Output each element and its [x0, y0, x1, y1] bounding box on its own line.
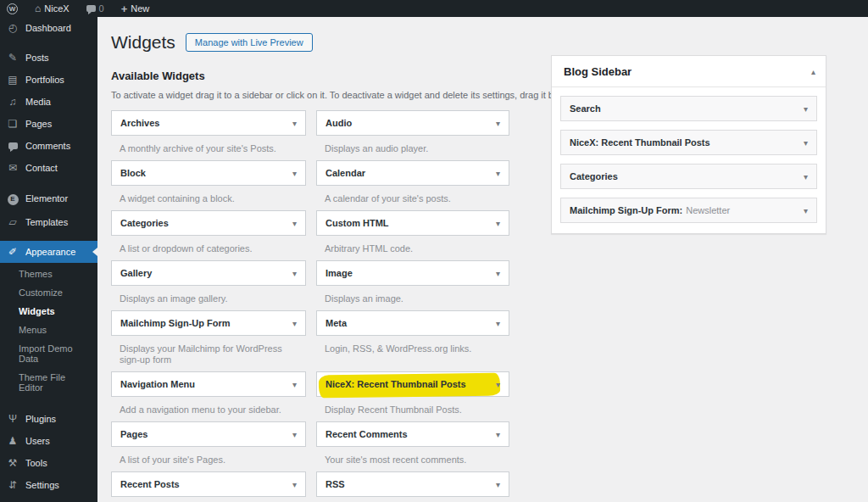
widget-title: Audio — [326, 118, 352, 128]
chevron-down-icon[interactable]: ▾ — [292, 119, 297, 128]
chevron-down-icon[interactable]: ▾ — [804, 104, 808, 114]
sidebar-widget-bar[interactable]: Categories▾ — [560, 164, 817, 189]
sidebar-widget-title: Categories — [570, 171, 618, 181]
chevron-down-icon[interactable]: ▾ — [496, 219, 500, 228]
chevron-down-icon[interactable]: ▾ — [496, 480, 500, 489]
sidebar-item-plugins[interactable]: ΨPlugins — [0, 408, 97, 430]
chevron-down-icon[interactable]: ▾ — [496, 380, 500, 389]
widget-toggle-bar[interactable]: Block▾ — [111, 160, 306, 186]
widget-toggle-bar[interactable]: Gallery▾ — [111, 260, 306, 286]
widget-description: Login, RSS, & WordPress.org links. — [316, 336, 509, 354]
sidebar-widget-bar[interactable]: Mailchimp Sign-Up Form:Newsletter▾ — [560, 198, 817, 223]
widget-description: Arbitrary HTML code. — [316, 236, 509, 254]
comment-bubble-icon — [86, 5, 96, 12]
widget-description: A calendar of your site's posts. — [316, 186, 509, 204]
manage-live-preview-button[interactable]: Manage with Live Preview — [186, 33, 313, 52]
widget-toggle-bar[interactable]: Archives▾ — [111, 110, 306, 136]
sidebar-widget-bar[interactable]: Search▾ — [560, 96, 817, 121]
chevron-down-icon[interactable]: ▾ — [496, 169, 500, 178]
sidebar-item-users[interactable]: ♟Users — [0, 430, 97, 452]
chevron-down-icon[interactable]: ▾ — [292, 169, 297, 178]
main-content: Widgets Manage with Live Preview Availab… — [97, 17, 868, 502]
chevron-down-icon[interactable]: ▾ — [804, 172, 808, 181]
blog-sidebar-header[interactable]: Blog Sidebar ▴ — [552, 56, 826, 87]
submenu-item-menus[interactable]: Menus — [0, 321, 97, 339]
widget-title: Custom HTML — [326, 218, 389, 228]
submenu-item-themes[interactable]: Themes — [0, 265, 97, 283]
widget-toggle-bar[interactable]: Calendar▾ — [316, 160, 509, 186]
chevron-down-icon[interactable]: ▾ — [496, 319, 500, 328]
sidebar-widget-bar[interactable]: NiceX: Recent Thumbnail Posts▾ — [560, 130, 817, 155]
widget-toggle-bar[interactable]: Categories▾ — [111, 210, 306, 236]
widget-toggle-bar[interactable]: Image▾ — [316, 260, 509, 286]
sidebar-item-appearance[interactable]: ✐Appearance — [0, 241, 97, 263]
widget-title: NiceX: Recent Thumbnail Posts — [326, 379, 466, 389]
sidebar-widget-title: Search — [570, 103, 601, 114]
widget-title: Gallery — [120, 268, 152, 278]
collapse-panel-icon[interactable]: ▴ — [811, 67, 815, 76]
chevron-down-icon[interactable]: ▾ — [292, 380, 297, 389]
sidebar-item-elementor[interactable]: EElementor — [0, 187, 97, 211]
sidebar-item-media[interactable]: ♫Media — [0, 91, 97, 113]
sidebar-item-comments[interactable]: Comments — [0, 135, 97, 157]
chevron-down-icon[interactable]: ▾ — [292, 430, 297, 439]
sidebar-item-dashboard[interactable]: ◴Dashboard — [0, 17, 97, 39]
widget-toggle-bar[interactable]: Audio▾ — [316, 110, 509, 136]
widget-description: A list or dropdown of categories. — [111, 236, 306, 254]
widget-description: A list of your site's Pages. — [111, 447, 306, 466]
available-widget-card: RSS▾ — [316, 471, 509, 502]
submenu-item-customize[interactable]: Customize — [0, 283, 97, 302]
chevron-down-icon[interactable]: ▾ — [496, 119, 500, 128]
chevron-down-icon[interactable]: ▾ — [292, 269, 297, 278]
comments-count: 0 — [99, 3, 104, 14]
sidebar-item-label: Templates — [25, 217, 68, 227]
sidebar-item-settings[interactable]: ⇵Settings — [0, 474, 97, 496]
comments-admin-link[interactable]: 0 — [80, 0, 111, 17]
blog-sidebar-title: Blog Sidebar — [564, 65, 632, 78]
sidebar-item-tools[interactable]: ⚒Tools — [0, 452, 97, 474]
contact-icon: ✉ — [7, 163, 19, 173]
sidebar-item-label: Contact — [25, 163, 58, 173]
submenu-item-theme-file-editor[interactable]: Theme File Editor — [0, 368, 97, 397]
chevron-down-icon[interactable]: ▾ — [804, 138, 808, 148]
available-widget-card: Pages▾A list of your site's Pages. — [111, 421, 306, 466]
widget-toggle-bar[interactable]: Meta▾ — [316, 310, 509, 336]
widget-description: A monthly archive of your site's Posts. — [111, 136, 306, 154]
elementor-icon: E — [8, 194, 19, 205]
widget-toggle-bar[interactable]: Pages▾ — [111, 421, 306, 447]
new-label: New — [131, 3, 149, 14]
sidebar-item-pages[interactable]: ❏Pages — [0, 113, 97, 135]
chevron-down-icon[interactable]: ▾ — [804, 206, 808, 215]
chevron-down-icon[interactable]: ▾ — [292, 480, 297, 489]
sidebar-item-custom-fields[interactable]: ▦Custom Fields — [0, 496, 97, 502]
submenu-item-import-demo-data[interactable]: Import Demo Data — [0, 339, 97, 368]
available-widget-card: Archives▾A monthly archive of your site'… — [111, 110, 306, 154]
available-widget-card: Recent Comments▾Your site's most recent … — [316, 421, 509, 466]
widget-toggle-bar[interactable]: Recent Comments▾ — [316, 421, 509, 447]
sidebar-item-label: Comments — [25, 141, 70, 151]
available-widget-card: Navigation Menu▾Add a navigation menu to… — [111, 371, 306, 416]
widget-toggle-bar[interactable]: NiceX: Recent Thumbnail Posts▾ — [316, 371, 509, 397]
appearance-submenu: ThemesCustomizeWidgetsMenusImport Demo D… — [0, 263, 97, 400]
wordpress-logo-menu[interactable]: W — [0, 0, 25, 17]
site-name-link[interactable]: ⌂ NiceX — [28, 0, 76, 17]
sidebar-item-label: Users — [25, 436, 50, 446]
chevron-down-icon[interactable]: ▾ — [292, 319, 297, 328]
chevron-down-icon[interactable]: ▾ — [496, 430, 500, 439]
widget-title: Mailchimp Sign-Up Form — [120, 318, 231, 328]
widget-toggle-bar[interactable]: Navigation Menu▾ — [111, 371, 306, 397]
sidebar-item-posts[interactable]: ✎Posts — [0, 47, 97, 69]
chevron-down-icon[interactable]: ▾ — [292, 219, 297, 228]
widget-toggle-bar[interactable]: Recent Posts▾ — [111, 471, 306, 497]
widget-description: Displays an image. — [316, 286, 509, 304]
new-content-menu[interactable]: + New — [114, 0, 157, 17]
widget-toggle-bar[interactable]: Custom HTML▾ — [316, 210, 509, 236]
sidebar-item-contact[interactable]: ✉Contact — [0, 157, 97, 179]
widget-toggle-bar[interactable]: Mailchimp Sign-Up Form▾ — [111, 310, 306, 336]
submenu-item-widgets[interactable]: Widgets — [0, 302, 97, 321]
chevron-down-icon[interactable]: ▾ — [496, 269, 500, 278]
sidebar-item-label: Media — [25, 97, 51, 107]
sidebar-item-portfolios[interactable]: ▤Portfolios — [0, 69, 97, 91]
sidebar-item-templates[interactable]: ▱Templates — [0, 211, 97, 233]
widget-toggle-bar[interactable]: RSS▾ — [316, 471, 509, 497]
